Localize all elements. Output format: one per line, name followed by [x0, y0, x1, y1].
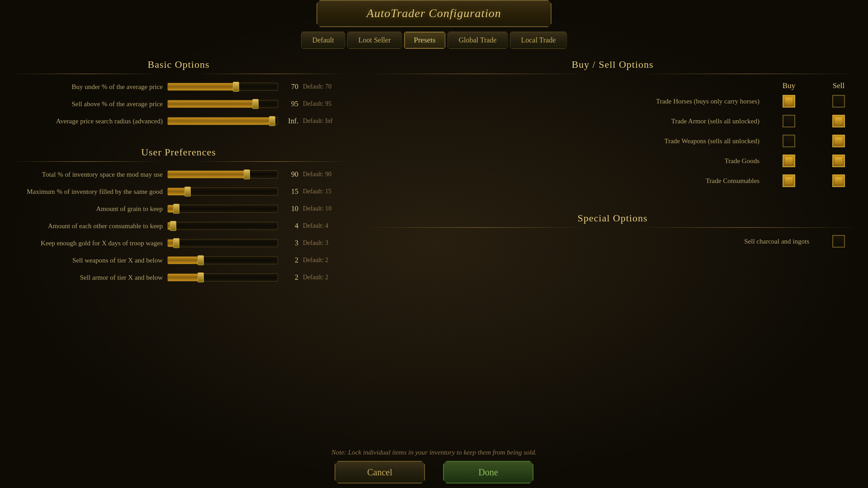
trade-horses-label: Trade Horses (buys only carry horses) — [366, 98, 769, 105]
armor-tier-default: Default: 2 — [303, 274, 348, 281]
trade-goods-sell-checkbox[interactable] — [832, 155, 845, 167]
total-inventory-row: Total % of inventory space the mod may u… — [9, 169, 348, 180]
trade-goods-buy-checkbox[interactable] — [783, 155, 795, 167]
main-content: Basic Options Buy under % of the average… — [9, 59, 859, 452]
buy-column-header: Buy — [778, 81, 800, 90]
bottom-buttons: Cancel Done — [335, 461, 533, 483]
trade-armor-label: Trade Armor (sells all unlocked) — [366, 117, 769, 125]
presets-bar: Default Loot Seller Presets Global Trade… — [301, 32, 567, 49]
buy-under-row: Buy under % of the average price 70 Defa… — [9, 81, 348, 92]
armor-tier-slider[interactable] — [167, 272, 278, 283]
buy-sell-col-headers: Buy Sell — [366, 81, 859, 90]
presets-label: Presets — [404, 32, 445, 49]
total-inventory-slider[interactable] — [167, 169, 278, 180]
trade-weapons-checkboxes — [778, 135, 859, 147]
trade-goods-label: Trade Goods — [366, 157, 769, 165]
max-same-good-row: Maximum % of inventory filled by the sam… — [9, 186, 348, 197]
trade-goods-row: Trade Goods — [366, 155, 859, 167]
search-radius-label: Average price search radius (advanced) — [9, 117, 163, 125]
window-title: AutoTrader Configuration — [367, 7, 501, 20]
search-radius-value: Inf. — [283, 117, 298, 125]
trade-consumables-sell-checkbox[interactable] — [832, 174, 845, 187]
preset-global-trade-button[interactable]: Global Trade — [447, 32, 508, 49]
max-same-good-default: Default: 15 — [303, 188, 348, 195]
basic-options-section: Basic Options Buy under % of the average… — [9, 59, 348, 133]
bottom-bar: Note: Lock individual items in your inve… — [0, 449, 868, 483]
consumable-keep-default: Default: 4 — [303, 222, 348, 230]
special-options-header: Special Options — [366, 212, 859, 228]
user-prefs-header: User Preferences — [9, 146, 348, 162]
max-same-good-value: 15 — [283, 188, 298, 196]
grain-keep-row: Amount of grain to keep 10 Default: 10 — [9, 203, 348, 214]
trade-horses-buy-checkbox[interactable] — [783, 95, 795, 108]
sell-above-slider[interactable] — [167, 99, 278, 109]
buy-under-slider[interactable] — [167, 81, 278, 92]
sell-charcoal-checkboxes — [827, 235, 859, 248]
left-panel: Basic Options Buy under % of the average… — [9, 59, 348, 452]
preset-local-trade-button[interactable]: Local Trade — [509, 32, 567, 49]
sell-charcoal-label: Sell charcoal and ingots — [366, 238, 818, 245]
weapons-tier-label: Sell weapons of tier X and below — [9, 257, 163, 264]
gold-days-slider[interactable] — [167, 238, 278, 249]
weapons-tier-row: Sell weapons of tier X and below 2 Defau… — [9, 255, 348, 266]
sell-column-header: Sell — [827, 81, 850, 90]
special-options-section: Special Options Sell charcoal and ingots — [366, 212, 859, 255]
user-prefs-section: User Preferences Total % of inventory sp… — [9, 146, 348, 289]
grain-keep-label: Amount of grain to keep — [9, 205, 163, 213]
sell-above-row: Sell above % of the average price 95 Def… — [9, 99, 348, 109]
buy-sell-header: Buy / Sell Options — [366, 59, 859, 74]
gold-days-default: Default: 3 — [303, 239, 348, 247]
grain-keep-slider[interactable] — [167, 203, 278, 214]
consumable-keep-label: Amount of each other consumable to keep — [9, 222, 163, 230]
trade-weapons-row: Trade Weapons (sells all unlocked) — [366, 135, 859, 147]
weapons-tier-value: 2 — [283, 256, 298, 264]
trade-consumables-checkboxes — [778, 174, 859, 187]
max-same-good-label: Maximum % of inventory filled by the sam… — [9, 188, 163, 196]
total-inventory-default: Default: 90 — [303, 171, 348, 178]
trade-consumables-buy-checkbox[interactable] — [783, 174, 795, 187]
buy-under-default: Default: 70 — [303, 83, 348, 90]
gold-days-label: Keep enough gold for X days of troop wag… — [9, 239, 163, 247]
search-radius-row: Average price search radius (advanced) I… — [9, 116, 348, 127]
trade-armor-row: Trade Armor (sells all unlocked) — [366, 115, 859, 127]
gold-days-row: Keep enough gold for X days of troop wag… — [9, 238, 348, 249]
trade-weapons-label: Trade Weapons (sells all unlocked) — [366, 137, 769, 145]
trade-consumables-label: Trade Consumables — [366, 177, 769, 185]
consumable-keep-slider[interactable] — [167, 221, 278, 231]
grain-keep-value: 10 — [283, 205, 298, 213]
trade-armor-buy-checkbox[interactable] — [783, 115, 795, 127]
search-radius-default: Default: Inf — [303, 117, 348, 125]
weapons-tier-default: Default: 2 — [303, 257, 348, 264]
consumable-keep-row: Amount of each other consumable to keep … — [9, 221, 348, 231]
preset-default-button[interactable]: Default — [301, 32, 345, 49]
note-text: Note: Lock individual items in your inve… — [331, 449, 537, 456]
armor-tier-label: Sell armor of tier X and below — [9, 274, 163, 282]
trade-horses-checkboxes — [778, 95, 859, 108]
title-bar: AutoTrader Configuration — [316, 0, 552, 27]
total-inventory-label: Total % of inventory space the mod may u… — [9, 171, 163, 178]
trade-consumables-row: Trade Consumables — [366, 174, 859, 187]
search-radius-slider[interactable] — [167, 116, 278, 127]
buy-under-value: 70 — [283, 83, 298, 91]
trade-goods-checkboxes — [778, 155, 859, 167]
sell-above-default: Default: 95 — [303, 100, 348, 108]
trade-horses-row: Trade Horses (buys only carry horses) — [366, 95, 859, 108]
grain-keep-default: Default: 10 — [303, 205, 348, 212]
trade-armor-checkboxes — [778, 115, 859, 127]
trade-weapons-buy-checkbox[interactable] — [783, 135, 795, 147]
done-button[interactable]: Done — [443, 461, 533, 483]
gold-days-value: 3 — [283, 239, 298, 247]
max-same-good-slider[interactable] — [167, 186, 278, 197]
buy-sell-section: Buy / Sell Options Buy Sell Trade Horses… — [366, 59, 859, 194]
trade-weapons-sell-checkbox[interactable] — [832, 135, 845, 147]
cancel-button[interactable]: Cancel — [335, 461, 425, 483]
buy-under-label: Buy under % of the average price — [9, 83, 163, 91]
weapons-tier-slider[interactable] — [167, 255, 278, 266]
sell-charcoal-checkbox[interactable] — [832, 235, 845, 248]
consumable-keep-value: 4 — [283, 222, 298, 230]
total-inventory-value: 90 — [283, 170, 298, 178]
sell-charcoal-row: Sell charcoal and ingots — [366, 235, 859, 248]
preset-loot-seller-button[interactable]: Loot Seller — [347, 32, 402, 49]
trade-horses-sell-checkbox[interactable] — [832, 95, 845, 108]
trade-armor-sell-checkbox[interactable] — [832, 115, 845, 127]
